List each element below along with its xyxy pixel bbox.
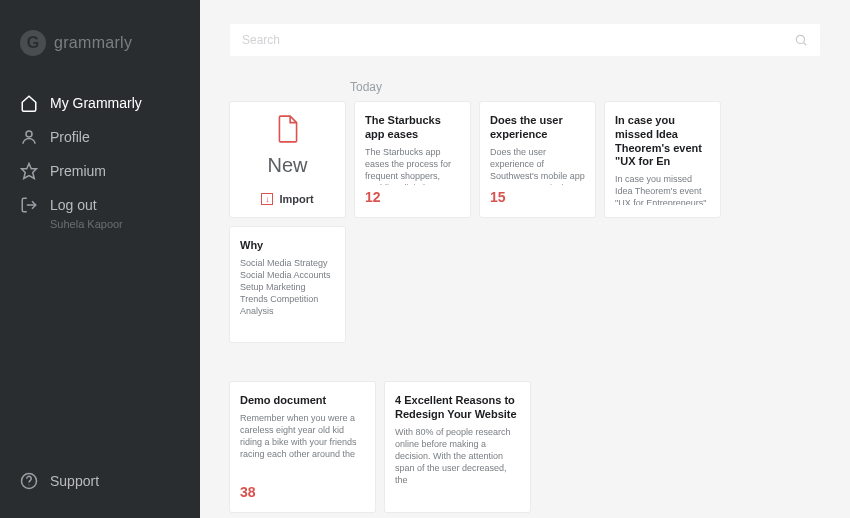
main-content: Today New ↓ Import The Starbucks app eas…	[200, 0, 850, 518]
card-title: Does the user experience	[490, 114, 585, 142]
card-title: Why	[240, 239, 335, 253]
nav-profile[interactable]: Profile	[0, 120, 200, 154]
sidebar: G grammarly My Grammarly Profile Premium	[0, 0, 200, 518]
document-card[interactable]: Does the user experience Does the user e…	[480, 102, 595, 217]
nav-label: Premium	[50, 163, 106, 179]
card-title: The Starbucks app eases	[365, 114, 460, 142]
nav-label: Support	[50, 473, 99, 489]
card-excerpt: Remember when you were a careless eight …	[240, 412, 365, 480]
search-bar[interactable]	[230, 24, 820, 56]
card-count: 38	[240, 484, 365, 500]
star-icon	[20, 162, 38, 180]
brand-logo: G grammarly	[0, 20, 200, 86]
new-label: New	[267, 154, 307, 177]
svg-point-5	[796, 35, 804, 43]
card-title: 4 Excellent Reasons to Redesign Your Web…	[395, 394, 520, 422]
card-excerpt: Social Media Strategy Social Media Accou…	[240, 257, 335, 330]
card-title: Demo document	[240, 394, 365, 408]
card-excerpt: With 80% of people research online befor…	[395, 426, 520, 501]
nav-my-grammarly[interactable]: My Grammarly	[0, 86, 200, 120]
document-card[interactable]: Why Social Media Strategy Social Media A…	[230, 227, 345, 342]
nav-label: Log out	[50, 197, 97, 213]
card-title: In case you missed Idea Theorem's event …	[615, 114, 710, 169]
card-excerpt: Does the user experience of Southwest's …	[490, 146, 585, 186]
search-icon	[794, 33, 808, 47]
logout-icon	[20, 196, 38, 214]
help-icon	[20, 472, 38, 490]
nav-label: My Grammarly	[50, 95, 142, 111]
document-icon	[275, 114, 301, 144]
import-icon: ↓	[261, 193, 273, 205]
user-icon	[20, 128, 38, 146]
brand-mark-icon: G	[20, 30, 46, 56]
svg-point-0	[26, 131, 32, 137]
svg-line-6	[804, 43, 807, 46]
new-document-card[interactable]: New ↓ Import	[230, 102, 345, 217]
nav-logout-user: Suhela Kapoor	[0, 218, 200, 230]
nav: My Grammarly Profile Premium Log out Suh…	[0, 86, 200, 236]
card-count: 12	[365, 189, 460, 205]
import-label: Import	[279, 193, 313, 205]
nav-premium[interactable]: Premium	[0, 154, 200, 188]
documents-row-1: New ↓ Import The Starbucks app eases The…	[230, 102, 820, 342]
home-icon	[20, 94, 38, 112]
documents-row-2: Demo document Remember when you were a c…	[230, 382, 820, 512]
nav-label: Profile	[50, 129, 90, 145]
card-excerpt: The Starbucks app eases the process for …	[365, 146, 460, 186]
search-input[interactable]	[242, 33, 794, 47]
document-card[interactable]: The Starbucks app eases The Starbucks ap…	[355, 102, 470, 217]
nav-logout[interactable]: Log out	[0, 188, 200, 222]
brand-name: grammarly	[54, 34, 132, 52]
import-button[interactable]: ↓ Import	[261, 193, 313, 205]
card-excerpt: In case you missed Idea Theorem's event …	[615, 173, 710, 205]
svg-marker-1	[22, 164, 37, 179]
card-count: 15	[490, 189, 585, 205]
nav-support[interactable]: Support	[0, 464, 200, 498]
document-card[interactable]: In case you missed Idea Theorem's event …	[605, 102, 720, 217]
section-label-today: Today	[350, 80, 820, 94]
document-card[interactable]: Demo document Remember when you were a c…	[230, 382, 375, 512]
document-card[interactable]: 4 Excellent Reasons to Redesign Your Web…	[385, 382, 530, 512]
